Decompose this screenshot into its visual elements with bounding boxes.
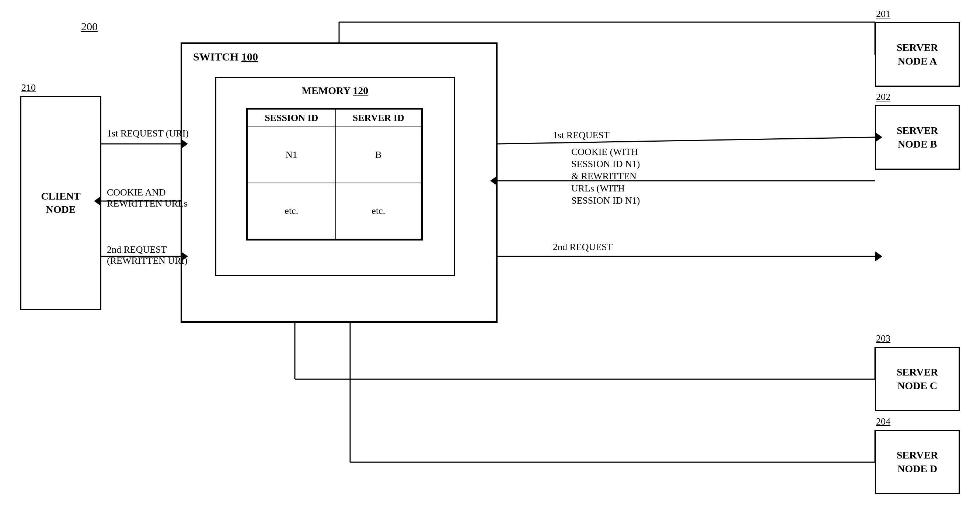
svg-marker-4 — [94, 196, 101, 206]
svg-marker-15 — [875, 132, 882, 142]
svg-text:COOKIE AND: COOKIE AND — [107, 187, 166, 198]
svg-text:& REWRITTEN: & REWRITTEN — [571, 171, 636, 182]
svg-text:SESSION ID N1): SESSION ID N1) — [571, 195, 640, 206]
svg-text:REWRITTEN URLs: REWRITTEN URLs — [107, 198, 188, 209]
svg-marker-18 — [490, 175, 498, 186]
svg-text:1st REQUEST: 1st REQUEST — [553, 130, 609, 140]
connections-svg: 1st REQUEST (URI) COOKIE AND REWRITTEN U… — [0, 0, 980, 512]
diagram: 200 210 CLIENTNODE SWITCH 100 MEMORY 120… — [0, 0, 980, 512]
svg-marker-25 — [875, 251, 882, 262]
svg-text:2nd REQUEST: 2nd REQUEST — [553, 242, 613, 252]
svg-text:URLs (WITH: URLs (WITH — [571, 183, 625, 194]
svg-text:SESSION ID N1): SESSION ID N1) — [571, 159, 640, 169]
svg-text:COOKIE (WITH: COOKIE (WITH — [571, 147, 638, 157]
svg-text:2nd REQUEST: 2nd REQUEST — [107, 244, 167, 255]
svg-marker-1 — [181, 139, 188, 149]
svg-text:(REWRITTEN URI): (REWRITTEN URI) — [107, 255, 188, 266]
svg-text:1st REQUEST (URI): 1st REQUEST (URI) — [107, 128, 189, 139]
